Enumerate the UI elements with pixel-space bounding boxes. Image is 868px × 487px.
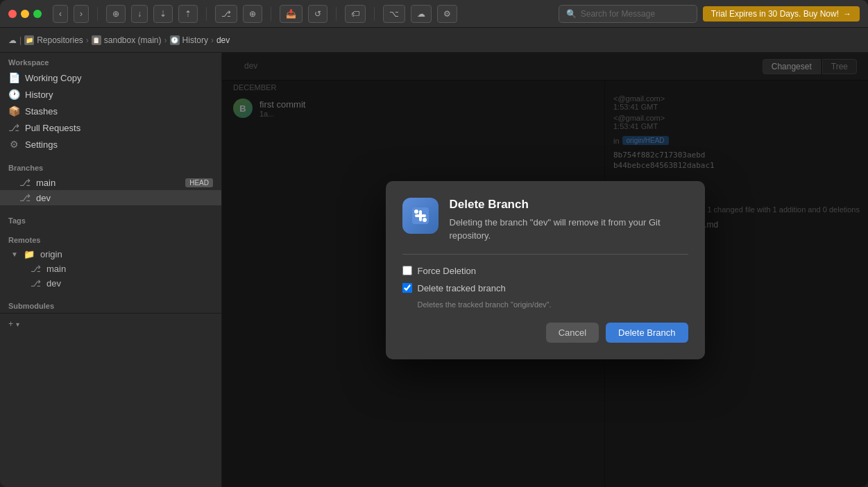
separator4 xyxy=(336,7,337,21)
modal-title: Delete Branch xyxy=(450,198,688,212)
history-icon: 🕐 xyxy=(170,35,180,45)
back-button[interactable]: ‹ xyxy=(53,5,68,23)
pull-requests-label: Pull Requests xyxy=(25,123,80,133)
navbar: ☁ | 📁 Repositories › 📋 sandbox (main) › … xyxy=(0,28,868,53)
breadcrumb-dev: dev xyxy=(216,35,230,45)
sidebar: Workspace 📄 Working Copy 🕐 History 📦 Sta… xyxy=(0,53,222,487)
repo-icon: 📁 xyxy=(24,35,34,45)
tag-icon: 🏷 xyxy=(351,9,359,19)
sidebar-footer[interactable]: + ▾ xyxy=(0,313,221,334)
arrow-icon: → xyxy=(843,9,851,19)
commit-icon: ⊕ xyxy=(112,9,119,19)
push-icon: ⇡ xyxy=(185,9,192,19)
settings-nav-icon: ⚙ xyxy=(8,139,19,150)
titlebar: ‹ › ⊕ ↓ ⇣ ⇡ ⎇ ⊕ 📥 ↺ 🏷 xyxy=(0,0,868,28)
remote-button[interactable]: ☁ xyxy=(411,5,432,23)
sidebar-item-working-copy[interactable]: 📄 Working Copy xyxy=(0,69,221,86)
modal-header: Delete Branch Deleting the branch "dev" … xyxy=(402,198,688,243)
separator2 xyxy=(206,7,207,21)
breadcrumb: ☁ | 📁 Repositories › 📋 sandbox (main) › … xyxy=(8,35,230,45)
working-copy-icon: 📄 xyxy=(8,72,19,83)
search-placeholder: Search for Message xyxy=(581,9,655,19)
force-deletion-checkbox[interactable] xyxy=(402,266,412,275)
remote-origin-group[interactable]: ▼ 📁 origin xyxy=(0,247,221,262)
dev-branch-label: dev xyxy=(36,193,51,203)
origin-label: origin xyxy=(40,249,62,259)
minimize-button[interactable] xyxy=(21,10,29,18)
search-box[interactable]: 🔍 Search for Message xyxy=(559,5,697,23)
discard-button[interactable]: ↺ xyxy=(308,5,327,23)
trial-badge[interactable]: Trial Expires in 30 Days. Buy Now! → xyxy=(703,6,860,22)
sidebar-branch-dev[interactable]: ⎇ dev xyxy=(0,190,221,205)
commit-button[interactable]: ⊕ xyxy=(106,5,126,23)
remote-dev-label: dev xyxy=(46,278,61,289)
breadcrumb-history[interactable]: History xyxy=(182,35,208,45)
sandbox-icon: 📋 xyxy=(92,35,101,45)
tag-button[interactable]: 🏷 xyxy=(345,5,366,23)
pull-requests-icon: ⎇ xyxy=(8,122,19,133)
head-badge: HEAD xyxy=(185,178,213,187)
modal-title-block: Delete Branch Deleting the branch "dev" … xyxy=(450,198,688,243)
delete-branch-modal: Delete Branch Deleting the branch "dev" … xyxy=(386,181,705,359)
remotes-header: Remotes xyxy=(0,230,221,247)
branch-icon-dev: ⎇ xyxy=(19,192,31,203)
merge-button[interactable]: ⊕ xyxy=(243,5,262,23)
workspace-header: Workspace xyxy=(0,53,221,69)
pull-button[interactable]: ⇣ xyxy=(153,5,173,23)
branches-header: Branches xyxy=(0,158,221,175)
search-icon: 🔍 xyxy=(566,9,577,19)
remote-dev[interactable]: ⎇ dev xyxy=(0,276,221,291)
history-nav-icon: 🕐 xyxy=(8,89,19,100)
cancel-button[interactable]: Cancel xyxy=(546,323,599,343)
maximize-button[interactable] xyxy=(33,10,42,18)
push-button[interactable]: ⇡ xyxy=(178,5,198,23)
svg-point-5 xyxy=(423,218,427,222)
remote-icon: ☁ xyxy=(417,9,425,19)
traffic-lights xyxy=(8,10,42,18)
stashes-label: Stashes xyxy=(25,106,58,117)
forward-button[interactable]: › xyxy=(74,5,89,23)
close-button[interactable] xyxy=(8,10,17,18)
branch-icon-remote-dev: ⎇ xyxy=(31,278,41,289)
chevron-down-icon: ▼ xyxy=(11,250,18,258)
remote-main-label: main xyxy=(46,264,66,274)
chevron-footer-icon: ▾ xyxy=(16,321,19,328)
app-icon xyxy=(402,198,439,234)
sidebar-branch-main[interactable]: ⎇ main HEAD xyxy=(0,175,221,190)
branch-icon: ⎇ xyxy=(221,9,231,19)
delete-branch-button[interactable]: Delete Branch xyxy=(606,323,688,343)
breadcrumb-repositories[interactable]: Repositories xyxy=(37,35,83,45)
sidebar-item-settings[interactable]: ⚙ Settings xyxy=(0,136,221,153)
content-area: dev Changeset Tree DECEMBER B xyxy=(222,53,868,487)
force-deletion-row: Force Deletion xyxy=(402,266,688,276)
sidebar-item-history[interactable]: 🕐 History xyxy=(0,86,221,103)
branch-icon-main: ⎇ xyxy=(19,177,31,188)
main-branch-label: main xyxy=(36,178,56,188)
delete-tracked-label[interactable]: Delete tracked branch xyxy=(418,283,506,293)
remote-main[interactable]: ⎇ main xyxy=(0,262,221,276)
stash-icon: 📥 xyxy=(286,9,296,19)
settings-button[interactable]: ⚙ xyxy=(437,5,457,23)
history-label: History xyxy=(25,89,53,100)
delete-tracked-checkbox[interactable] xyxy=(402,283,412,293)
breadcrumb-sandbox[interactable]: sandbox (main) xyxy=(104,35,162,45)
separator5 xyxy=(374,7,375,21)
branch-icon-remote-main: ⎇ xyxy=(31,264,41,274)
gitflow-button[interactable]: ⌥ xyxy=(383,5,405,23)
branch-button[interactable]: ⎇ xyxy=(215,5,237,23)
app-logo-icon xyxy=(407,202,434,230)
sidebar-item-pull-requests[interactable]: ⎇ Pull Requests xyxy=(0,119,221,136)
stash-button[interactable]: 📥 xyxy=(280,5,303,23)
svg-point-4 xyxy=(414,210,418,214)
separator3 xyxy=(271,7,271,21)
fetch-button[interactable]: ↓ xyxy=(131,5,148,23)
folder-icon: 📁 xyxy=(24,249,35,259)
fetch-icon: ↓ xyxy=(137,9,142,19)
sidebar-item-stashes[interactable]: 📦 Stashes xyxy=(0,103,221,119)
separator1 xyxy=(97,7,98,21)
gitflow-icon: ⌥ xyxy=(389,9,399,19)
app-window: ‹ › ⊕ ↓ ⇣ ⇡ ⎇ ⊕ 📥 ↺ 🏷 xyxy=(0,0,868,487)
modal-divider xyxy=(402,254,688,255)
force-deletion-label[interactable]: Force Deletion xyxy=(418,266,477,276)
settings-label: Settings xyxy=(25,139,58,150)
